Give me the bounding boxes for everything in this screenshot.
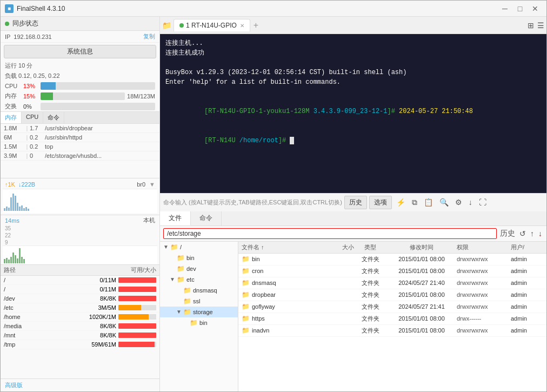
file-browser: ▼ 📁 / 📁 bin 📁 dev ▼ — [160, 242, 546, 392]
folder-icon: 📁 — [183, 287, 191, 294]
folder-icon: 📁 — [242, 327, 250, 334]
terminal[interactable]: 连接主机... 连接主机成功 BusyBox v1.29.3 (2023-12-… — [160, 34, 546, 193]
lightning-icon[interactable]: ⚡ — [394, 197, 408, 208]
file-row-bin[interactable]: 📁bin 文件夹 2015/01/01 08:00 drwxrwxrwx adm… — [238, 254, 546, 265]
main-window: ■ FinalShell 4.3.10 ─ □ ✕ 同步状态 IP 192.16… — [0, 0, 547, 392]
minimize-button[interactable]: ─ — [498, 3, 512, 14]
download-file-icon[interactable]: ↓ — [537, 228, 543, 239]
disk-row: /tmp 59M/61M — [1, 340, 159, 349]
folder-icon: 📁 — [242, 267, 250, 275]
mem-bar — [41, 92, 53, 100]
disk-path-header: 路径 — [4, 266, 118, 274]
status-dot — [5, 22, 9, 26]
tree-item-etc[interactable]: ▼ 📁 etc — [160, 274, 238, 285]
search-icon[interactable]: 🔍 — [437, 197, 451, 208]
tab-bar: 📁 1 RT-N14U-GPIO ✕ + ⊞ ☰ — [160, 17, 546, 34]
file-list: 文件名 ↑ 大小 类型 修改时间 权限 用户/ 📁bin 文件夹 2015/01… — [238, 242, 546, 392]
file-row-goflyway[interactable]: 📁goflyway 文件夹 2024/05/27 21:41 drwxrwxrw… — [238, 301, 546, 313]
term-prompt-line-2: [RT-N14U /home/root]# — [165, 126, 541, 155]
main-layout: 同步状态 IP 192.168.0.231 复制 系统信息 运行 10 分 负载… — [1, 17, 546, 391]
tree-label: storage — [193, 309, 213, 315]
command-bar: 命令输入 (按ALT键提示历史,TAB键路径,ESC键返回,双击CTRL切换) … — [160, 193, 546, 211]
latency-target: 本机 — [143, 216, 155, 224]
file-cmd-tabs: 文件 命令 — [160, 211, 546, 226]
tree-item-bin[interactable]: 📁 bin — [160, 253, 238, 263]
net-bar-chart — [4, 190, 156, 212]
disk-row: /media 8K/8K — [1, 322, 159, 331]
col-type: 类型 — [354, 243, 386, 251]
folder-icon: 📁 — [177, 265, 185, 273]
file-row-https[interactable]: 📁https 文件夹 2015/01/01 08:00 drwx------ a… — [238, 313, 546, 325]
mem-bar-container — [41, 92, 125, 100]
net-values: ↑1K ↓222B — [5, 181, 35, 188]
copy-icon[interactable]: ⧉ — [410, 197, 419, 208]
menu-icon[interactable]: ☰ — [537, 21, 544, 30]
close-button[interactable]: ✕ — [528, 3, 542, 14]
app-icon: ■ — [5, 4, 14, 13]
maximize-button[interactable]: □ — [513, 3, 527, 14]
tree-item-dnsmasq[interactable]: 📁 dnsmasq — [160, 285, 238, 296]
folder-icon[interactable]: 📁 — [162, 21, 171, 30]
advanced-link[interactable]: 高级版 — [1, 378, 159, 391]
fullscreen-icon[interactable]: ⛶ — [477, 197, 489, 208]
term-line: Enter 'help' for a list of built-in comm… — [165, 77, 541, 87]
sys-info-button[interactable]: 系统信息 — [4, 45, 156, 58]
tab-add-button[interactable]: + — [254, 21, 258, 30]
tab-item-active[interactable]: 1 RT-N14U-GPIO ✕ — [174, 19, 250, 31]
proc-tab-mem[interactable]: 内存 — [1, 112, 22, 123]
history-button[interactable]: 历史 — [344, 196, 367, 209]
copy-button[interactable]: 复制 — [143, 32, 155, 41]
tree-item-ssl[interactable]: 📁 ssl — [160, 296, 238, 307]
cpu-bar-container — [41, 82, 155, 90]
swap-bar-container — [41, 103, 155, 110]
cmd-tab[interactable]: 命令 — [191, 211, 222, 225]
disk-row: /etc 3M/5M — [1, 303, 159, 313]
net-header: ↑1K ↓222B br0 ▼ — [1, 180, 159, 189]
file-row-inadvn[interactable]: 📁inadvn 文件夹 2015/01/01 08:00 drwxrwxrwx … — [238, 325, 546, 337]
tab-active-dot — [179, 23, 184, 28]
term-line — [165, 58, 541, 68]
download-icon[interactable]: ↓ — [466, 197, 475, 208]
file-toolbar: 历史 ↺ ↑ ↓ — [160, 226, 546, 242]
process-tabs: 内存 CPU 命令 — [1, 111, 159, 124]
tab-right-icons: ⊞ ☰ — [528, 21, 544, 30]
file-path-input[interactable] — [163, 228, 497, 239]
folder-icon: 📁 — [177, 276, 185, 283]
tab-label: 1 RT-N14U-GPIO — [186, 22, 237, 29]
proc-tab-cmd[interactable]: 命令 — [43, 112, 64, 123]
folder-icon: 📁 — [170, 243, 178, 251]
col-perm: 权限 — [457, 243, 511, 251]
tree-item-root[interactable]: ▼ 📁 / — [160, 242, 238, 253]
gear-icon[interactable]: ⚙ — [453, 197, 464, 208]
paste-icon[interactable]: 📋 — [422, 197, 435, 208]
cpu-metric: CPU 13% — [1, 81, 159, 91]
upload-icon[interactable]: ↑ — [529, 228, 535, 239]
tab-close-button[interactable]: ✕ — [240, 23, 244, 29]
disk-header: 路径 可用/大小 — [1, 265, 159, 276]
file-row-dropbear[interactable]: 📁dropbear 文件夹 2015/01/01 08:00 drwxrwxrw… — [238, 289, 546, 301]
window-controls: ─ □ ✕ — [498, 3, 542, 14]
tree-item-storage[interactable]: ▼ 📁 storage — [160, 307, 238, 317]
folder-icon: 📁 — [190, 319, 198, 327]
grid-view-icon[interactable]: ⊞ — [528, 21, 534, 30]
options-button[interactable]: 选项 — [369, 196, 392, 209]
runtime-row: 运行 10 分 — [1, 61, 159, 71]
proc-row: 1.8M|1.7/usr/sbin/dropbear — [1, 124, 159, 133]
refresh-icon[interactable]: ↺ — [518, 228, 527, 239]
term-line: BusyBox v1.29.3 (2023-12-01 02:56:14 CST… — [165, 68, 541, 77]
file-row-cron[interactable]: 📁cron 文件夹 2015/01/01 08:00 drwxrwxrwx ad… — [238, 265, 546, 277]
tree-label: dnsmasq — [193, 287, 217, 294]
proc-tab-cpu[interactable]: CPU — [22, 112, 43, 123]
file-tab[interactable]: 文件 — [160, 211, 191, 225]
file-row-dnsmasq[interactable]: 📁dnsmasq 文件夹 2024/05/27 21:40 drwxrwxrwx… — [238, 277, 546, 289]
history-icon[interactable]: 历史 — [499, 228, 516, 240]
latency-chart — [3, 245, 157, 264]
tree-item-dev[interactable]: 📁 dev — [160, 263, 238, 274]
disk-row: /dev 8K/8K — [1, 294, 159, 303]
latency-nums: 35 22 9 — [1, 225, 159, 245]
ip-label: IP 192.168.0.231 — [5, 34, 52, 40]
net-interface: br0 ▼ — [137, 181, 155, 188]
folder-icon: 📁 — [183, 297, 191, 305]
tree-item-storage-bin[interactable]: 📁 bin — [160, 317, 238, 328]
term-prompt-line-1: [RT-N14U-GPIO-1-youku1-128M 3.4.3.9-099_… — [165, 97, 541, 126]
